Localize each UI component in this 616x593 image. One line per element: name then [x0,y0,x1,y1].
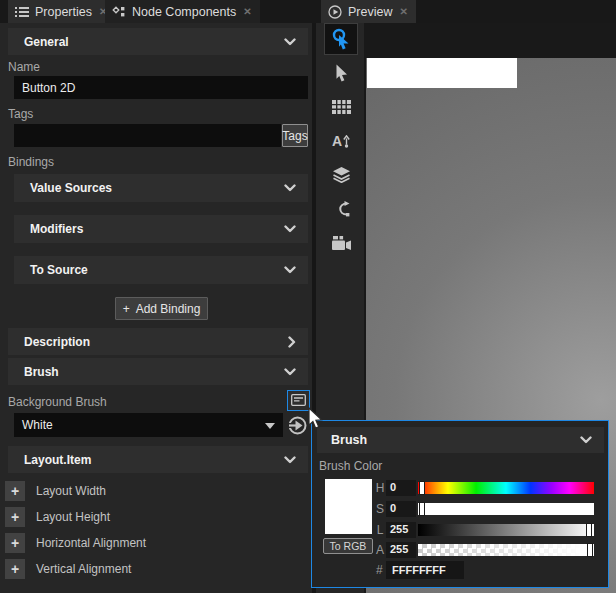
saturation-slider-handle[interactable] [419,502,425,516]
section-header-layout-item-label: Layout.Item [24,453,91,467]
add-layout-height-button[interactable]: + [5,507,25,527]
lightness-slider-handle[interactable] [586,523,592,537]
hue-slider-handle[interactable] [419,481,425,495]
name-label: Name [8,60,40,74]
plus-icon: + [11,561,19,577]
to-rgb-button[interactable]: To RGB [323,538,373,554]
background-brush-dropdown-value: White [22,418,53,432]
background-brush-dropdown[interactable]: White [14,413,283,437]
plus-icon: + [11,509,19,525]
brush-color-popup: Brush Brush Color To RGB H 0 S 0 L 255 A… [311,420,609,588]
preview-button-2d-node[interactable] [367,58,517,88]
hue-slider[interactable] [418,482,594,494]
hex-prefix-label: # [376,563,383,577]
section-header-value-sources[interactable]: Value Sources [14,174,308,202]
connections-icon [333,201,350,217]
tab-preview-label: Preview [348,5,392,19]
popup-brush-header-label: Brush [331,433,367,447]
layout-width-label: Layout Width [36,484,106,498]
properties-list-icon [15,6,29,18]
add-layout-width-button[interactable]: + [5,481,25,501]
name-input[interactable] [14,76,308,99]
hue-channel-label: H [374,481,386,495]
tab-preview[interactable]: Preview ✕ [321,0,416,23]
text-tool-button[interactable]: A [324,125,358,157]
popup-section-header-brush[interactable]: Brush [317,427,604,453]
vertical-alignment-label: Vertical Alignment [36,562,131,576]
saturation-value-field[interactable]: 0 [386,501,416,517]
section-header-layout-item[interactable]: Layout.Item [8,446,308,473]
chevron-down-icon [284,456,296,464]
alpha-value-field[interactable]: 255 [386,542,416,558]
add-binding-button[interactable]: + Add Binding [115,297,208,320]
chevron-down-icon [265,418,275,432]
add-binding-button-label: Add Binding [136,302,201,316]
alpha-slider-handle[interactable] [587,543,593,557]
chevron-down-icon [284,368,296,376]
section-header-brush-label: Brush [24,365,59,379]
select-tool-button[interactable] [324,57,358,89]
tab-node-components[interactable]: Node Components ✕ [105,0,260,23]
section-header-to-source[interactable]: To Source [14,256,308,284]
close-icon[interactable]: ✕ [242,6,252,17]
mouse-cursor [308,407,325,434]
section-header-modifiers[interactable]: Modifiers [14,215,308,243]
hue-value-field[interactable]: 0 [386,480,416,496]
saturation-channel-label: S [374,502,386,516]
section-header-general-label: General [24,35,69,49]
preview-play-icon [328,5,342,19]
chevron-down-icon [284,38,296,46]
add-horizontal-alignment-button[interactable]: + [5,533,25,553]
background-brush-label: Background Brush [8,395,107,409]
chevron-down-icon [580,436,592,444]
open-brush-editor-button[interactable] [287,390,310,411]
tab-node-components-label: Node Components [132,5,236,19]
to-rgb-button-label: To RGB [330,540,367,552]
text-arrow-icon [343,135,350,148]
node-components-icon [112,6,126,18]
camera-tool-button[interactable] [324,227,358,259]
grid-icon [332,100,351,114]
chevron-down-icon [284,184,296,192]
tags-button[interactable]: Tags [282,124,308,147]
horizontal-alignment-label: Horizontal Alignment [36,536,146,550]
tab-properties-label: Properties [35,5,92,19]
grid-tool-button[interactable] [324,91,358,123]
push-to-default-button[interactable] [285,414,309,437]
plus-icon: + [11,535,19,551]
alpha-channel-label: A [374,543,386,557]
tags-input[interactable] [14,124,281,147]
interact-cursor-icon [331,28,351,50]
section-header-general[interactable]: General [8,28,308,55]
section-header-modifiers-label: Modifiers [30,222,83,236]
color-swatch[interactable] [325,479,372,534]
lightness-slider[interactable] [418,524,594,536]
text-tool-icon: A [332,133,342,149]
saturation-slider[interactable] [418,503,594,515]
tab-bar: Properties ✕ Node Components ✕ Preview ✕ [0,0,616,23]
section-header-brush[interactable]: Brush [8,358,308,385]
plus-icon: + [11,483,19,499]
layout-height-label: Layout Height [36,510,110,524]
lightness-value-field[interactable]: 255 [386,522,416,538]
connections-tool-button[interactable] [324,193,358,225]
application-window: Properties ✕ Node Components ✕ Preview ✕… [0,0,616,593]
tags-button-label: Tags [282,129,307,143]
tags-label: Tags [8,107,33,121]
section-header-description[interactable]: Description [8,328,308,355]
chevron-down-icon [284,225,296,233]
add-vertical-alignment-button[interactable]: + [5,559,25,579]
section-header-to-source-label: To Source [30,263,88,277]
alpha-slider[interactable] [418,544,594,556]
hex-color-input[interactable] [386,561,464,579]
reset-arrow-icon [287,415,308,436]
tab-properties[interactable]: Properties ✕ [8,0,115,23]
select-cursor-icon [334,64,349,82]
close-icon[interactable]: ✕ [398,6,408,17]
chevron-down-icon [284,266,296,274]
interact-tool-button[interactable] [324,23,358,55]
layers-icon [332,167,351,183]
layers-tool-button[interactable] [324,159,358,191]
section-header-value-sources-label: Value Sources [30,181,112,195]
lightness-channel-label: L [374,523,386,537]
